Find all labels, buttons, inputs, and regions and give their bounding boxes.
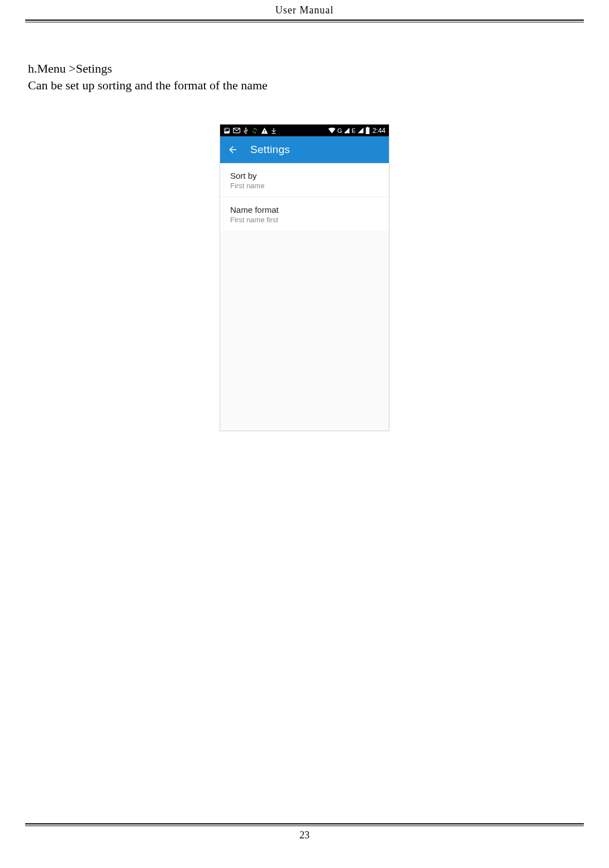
status-bar: G E 2:44	[220, 125, 389, 136]
network-label-g: G	[337, 127, 342, 134]
svg-point-1	[225, 129, 226, 130]
page-header: User Manual	[0, 0, 609, 16]
section-description: Can be set up sorting and the format of …	[28, 78, 581, 93]
signal-icon-2	[358, 127, 364, 133]
phone-screenshot: G E 2:44 Settings Sort b	[220, 124, 389, 431]
page-number: 23	[0, 829, 609, 841]
settings-list: Sort by First name Name format First nam…	[220, 163, 389, 231]
header-rule-thick	[25, 20, 584, 21]
warning-icon	[261, 127, 268, 134]
usb-icon	[243, 127, 249, 134]
status-bar-right: G E 2:44	[328, 127, 386, 135]
phone-blank-area	[220, 231, 389, 431]
footer-rule-thin	[25, 826, 584, 826]
settings-item-sort-by[interactable]: Sort by First name	[220, 163, 389, 197]
back-arrow-icon[interactable]	[228, 145, 238, 155]
network-label-e: E	[351, 127, 355, 134]
item-subtitle: First name	[230, 182, 379, 190]
section-heading: h.Menu >Setings	[28, 61, 581, 76]
signal-icon-1	[344, 127, 350, 133]
image-icon	[223, 127, 230, 134]
svg-rect-3	[367, 127, 368, 127]
item-subtitle: First name first	[230, 216, 379, 224]
status-time: 2:44	[373, 127, 386, 135]
battery-icon	[365, 127, 370, 134]
sync-icon	[251, 127, 258, 134]
page-footer: 23	[0, 823, 609, 841]
svg-rect-4	[365, 127, 369, 134]
item-title: Sort by	[230, 171, 379, 180]
header-title: User Manual	[275, 4, 334, 16]
footer-rule-thick	[25, 823, 584, 824]
app-bar: Settings	[220, 136, 389, 163]
download-icon	[271, 127, 277, 134]
page-content: h.Menu >Setings Can be set up sorting an…	[0, 22, 609, 431]
status-bar-left	[223, 127, 277, 134]
item-title: Name format	[230, 205, 379, 214]
mail-icon	[233, 127, 240, 133]
settings-item-name-format[interactable]: Name format First name first	[220, 197, 389, 231]
app-bar-title: Settings	[250, 144, 290, 156]
wifi-icon	[328, 127, 336, 133]
